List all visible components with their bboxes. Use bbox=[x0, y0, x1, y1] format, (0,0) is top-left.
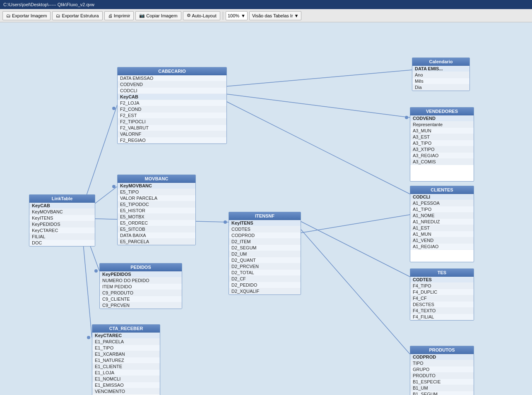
svg-point-13 bbox=[94, 269, 98, 273]
table-produtos: PRODUTOS CODPROD TIPO GRUPO PRODUTO B1_E… bbox=[410, 346, 474, 395]
list-item: C9_CLIENTE bbox=[100, 296, 182, 302]
list-item: CODVEND bbox=[118, 81, 226, 88]
svg-line-10 bbox=[298, 220, 410, 277]
list-item: KeyPEDIDOS bbox=[100, 271, 182, 278]
list-item: DATA EMIS... bbox=[412, 66, 469, 72]
table-tes-header: TES bbox=[410, 269, 474, 277]
view-dropdown-icon: ▼ bbox=[294, 13, 299, 18]
toolbar: 🗂 Exportar Imagem 🗂 Exportar Estrutura 🖨… bbox=[0, 9, 532, 22]
list-item: E5_ORDREC bbox=[118, 220, 195, 226]
zoom-input[interactable]: 100% ▼ bbox=[226, 11, 248, 20]
list-item: F4_TIPO bbox=[410, 283, 474, 289]
table-calendario-body: DATA EMIS... Ano Mês Dia bbox=[412, 66, 469, 91]
list-item: C9_PRODUTO bbox=[100, 290, 182, 296]
zoom-dropdown-icon: ▼ bbox=[241, 13, 246, 18]
list-item: F4_DUPLIC bbox=[410, 289, 474, 295]
table-ctareceber-header: CTA_RECEBER bbox=[92, 325, 160, 333]
list-item: CODCLI bbox=[118, 88, 226, 94]
table-tes-body: CODTES F4_TIPO F4_DUPLIC F4_CF DESCTES F… bbox=[410, 277, 474, 320]
list-item: E1_NOMCLI bbox=[92, 376, 160, 382]
list-item: A3_XTIPO bbox=[410, 146, 474, 153]
list-item: A1_EST bbox=[410, 225, 474, 231]
svg-line-6 bbox=[225, 94, 410, 117]
list-item: B1_ESPECIE bbox=[410, 379, 474, 385]
list-item: E1_XCARBAN bbox=[92, 351, 160, 357]
table-ctareceber-body[interactable]: KeyCTAREC E1_PARCELA E1_TIPO E1_XCARBAN … bbox=[92, 333, 160, 395]
list-item: E1_CLIENTE bbox=[92, 364, 160, 370]
list-item: D2_ITEM bbox=[229, 239, 301, 245]
list-item: KeyPEDIDOS bbox=[29, 221, 95, 227]
table-vendedores-body[interactable]: CODVEND Representante A3_MUN A3_EST A3_T… bbox=[410, 115, 474, 165]
table-vendedores: VENDEDORES CODVEND Representante A3_MUN … bbox=[410, 107, 474, 182]
list-item: CODVEND bbox=[410, 115, 474, 122]
table-linktable-body: KeyCAB KeyMOVBANC KeyITENS KeyPEDIDOS Ke… bbox=[29, 203, 95, 246]
table-itensnf: ITENSNF KeyITENS CODTES CODPROD D2_ITEM … bbox=[229, 212, 301, 295]
svg-point-8 bbox=[112, 185, 116, 188]
list-item: E1_EMISSAO bbox=[92, 382, 160, 388]
print-btn[interactable]: 🖨 Imprimir bbox=[104, 11, 134, 20]
export-image-btn[interactable]: 🗂 Exportar Imagem bbox=[2, 11, 51, 20]
list-item: D2_PEDIDO bbox=[229, 282, 301, 288]
view-dropdown-btn[interactable]: Visão das Tabelas Ir ▼ bbox=[249, 11, 302, 20]
table-clientes-body[interactable]: CODCLI A1_PESSOA A1_TIPO A1_NOME A1_NRED… bbox=[410, 194, 474, 250]
list-item: VALOR PARCELA bbox=[118, 195, 195, 201]
list-item: E1_LOJA bbox=[92, 370, 160, 376]
table-linktable: LinkTable KeyCAB KeyMOVBANC KeyITENS Key… bbox=[29, 194, 95, 247]
list-item: E5_PARCELA bbox=[118, 239, 195, 245]
list-item: Representante bbox=[410, 122, 474, 128]
list-item: F2_VALBRUT bbox=[118, 125, 226, 131]
table-cabecario: CABECARIO DATA EMISSAO CODVEND CODCLI Ke… bbox=[117, 67, 227, 144]
svg-point-14 bbox=[87, 336, 90, 339]
list-item: DATA BAIXA bbox=[118, 232, 195, 239]
export-image-icon: 🗂 bbox=[6, 13, 11, 18]
list-item: E5_TIPO bbox=[118, 189, 195, 195]
list-item: KeyITENS bbox=[229, 220, 301, 226]
list-item: B1_UM bbox=[410, 385, 474, 391]
list-item: GRUPO bbox=[410, 366, 474, 373]
list-item: C9_PRCVEN bbox=[100, 302, 182, 309]
svg-line-9 bbox=[298, 215, 410, 233]
list-item: KeyITENS bbox=[29, 215, 95, 221]
table-movbanc-body: KeyMOVBANC E5_TIPO VALOR PARCELA E5_TIPO… bbox=[118, 183, 195, 245]
table-movbanc: MOVBANC KeyMOVBANC E5_TIPO VALOR PARCELA… bbox=[117, 175, 196, 245]
list-item: E1_PARCELA bbox=[92, 339, 160, 345]
list-item: DATA EMISSAO bbox=[118, 75, 226, 81]
title-bar: C:\Users\joel\Desktop\----- Qlik\Fluxo_v… bbox=[0, 0, 532, 9]
list-item: A1_TIPO bbox=[410, 206, 474, 213]
table-linktable-header: LinkTable bbox=[29, 195, 95, 203]
list-item: Dia bbox=[412, 84, 469, 91]
list-item: A1_VEND bbox=[410, 237, 474, 244]
export-structure-icon: 🗂 bbox=[56, 13, 60, 18]
list-item: DOC bbox=[29, 240, 95, 246]
list-item: VENCIMENTO bbox=[92, 388, 160, 395]
table-clientes: CLIENTES CODCLI A1_PESSOA A1_TIPO A1_NOM… bbox=[410, 186, 474, 262]
auto-layout-btn[interactable]: ⚙ Auto-Layout bbox=[183, 11, 220, 20]
list-item: FILIAL bbox=[29, 234, 95, 240]
list-item: ITEM PEDIDO bbox=[100, 284, 182, 290]
list-item: A1_NREDUZ bbox=[410, 219, 474, 225]
table-pedidos-header: PEDIDOS bbox=[100, 263, 182, 271]
list-item: E5_TIPODOC bbox=[118, 201, 195, 208]
list-item: E1_NATUREZ bbox=[92, 357, 160, 364]
list-item: F4_CF bbox=[410, 295, 474, 302]
list-item: A3_MUN bbox=[410, 128, 474, 134]
copy-image-btn[interactable]: 📷 Copiar Imagem bbox=[135, 11, 181, 20]
list-item: A1_PESSOA bbox=[410, 200, 474, 206]
list-item: CODTES bbox=[410, 277, 474, 283]
list-item: CODTES bbox=[229, 226, 301, 232]
table-movbanc-header: MOVBANC bbox=[118, 175, 195, 183]
list-item: A1_NOME bbox=[410, 213, 474, 219]
list-item: DESCTES bbox=[410, 302, 474, 308]
list-item: E5_HISTOR bbox=[118, 208, 195, 214]
list-item: D2_PRCVEN bbox=[229, 263, 301, 270]
list-item: A3_REGIAO bbox=[410, 153, 474, 159]
list-item: A3_COMIS bbox=[410, 159, 474, 165]
svg-line-11 bbox=[298, 226, 410, 354]
list-item: VALORNF bbox=[118, 131, 226, 137]
svg-line-7 bbox=[225, 101, 410, 194]
svg-line-0 bbox=[82, 105, 117, 208]
table-cabecario-header: CABECARIO bbox=[118, 67, 226, 75]
table-produtos-header: PRODUTOS bbox=[410, 346, 474, 354]
export-structure-btn[interactable]: 🗂 Exportar Estrutura bbox=[52, 11, 102, 20]
list-item: KeyCAB bbox=[29, 203, 95, 209]
